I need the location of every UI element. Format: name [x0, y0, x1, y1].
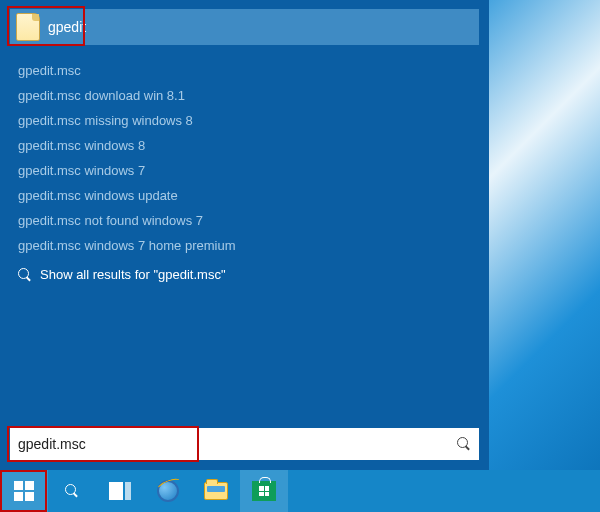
suggestion-item[interactable]: gpedit.msc: [18, 63, 471, 78]
suggestion-item[interactable]: gpedit.msc windows 7: [18, 163, 471, 178]
suggestion-item[interactable]: gpedit.msc windows update: [18, 188, 471, 203]
taskbar: [0, 470, 600, 512]
taskbar-search-button[interactable]: [48, 470, 96, 512]
search-input[interactable]: [18, 436, 457, 452]
start-search-panel: gpedit gpedit.msc gpedit.msc download wi…: [0, 0, 489, 470]
top-result[interactable]: gpedit: [10, 9, 479, 45]
suggestion-item[interactable]: gpedit.msc download win 8.1: [18, 88, 471, 103]
task-view-icon: [109, 482, 131, 500]
ie-icon: [157, 480, 179, 502]
search-icon: [65, 484, 79, 498]
search-bar: [0, 428, 489, 470]
document-icon: [16, 13, 40, 41]
top-result-label: gpedit: [48, 19, 86, 35]
show-all-results[interactable]: Show all results for "gpedit.msc": [18, 267, 471, 282]
search-icon: [18, 268, 32, 282]
show-all-label: Show all results for "gpedit.msc": [40, 267, 226, 282]
suggestion-list: gpedit.msc gpedit.msc download win 8.1 g…: [0, 45, 489, 428]
suggestion-item[interactable]: gpedit.msc missing windows 8: [18, 113, 471, 128]
suggestion-item[interactable]: gpedit.msc windows 8: [18, 138, 471, 153]
store-icon: [252, 481, 276, 501]
store-button[interactable]: [240, 470, 288, 512]
suggestion-item[interactable]: gpedit.msc windows 7 home premium: [18, 238, 471, 253]
search-submit-icon[interactable]: [457, 437, 471, 451]
windows-logo-icon: [14, 481, 34, 501]
start-button[interactable]: [0, 470, 48, 512]
task-view-button[interactable]: [96, 470, 144, 512]
folder-icon: [204, 482, 228, 500]
internet-explorer-button[interactable]: [144, 470, 192, 512]
suggestion-item[interactable]: gpedit.msc not found windows 7: [18, 213, 471, 228]
file-explorer-button[interactable]: [192, 470, 240, 512]
